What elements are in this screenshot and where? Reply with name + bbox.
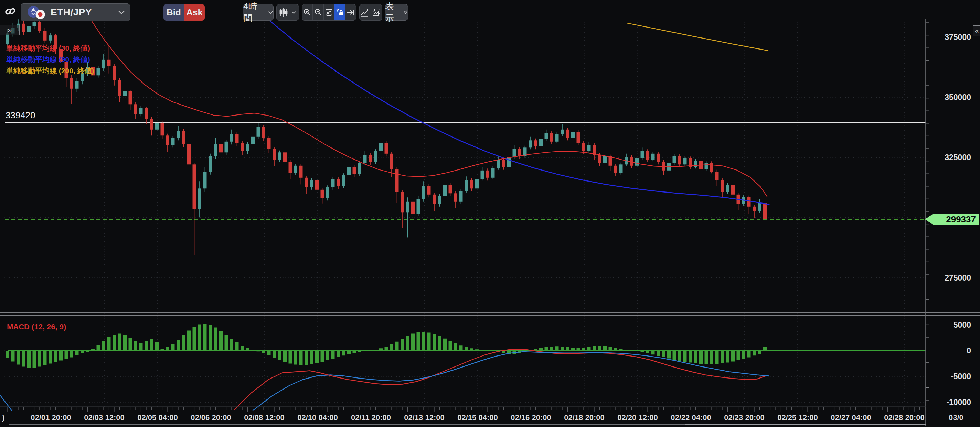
svg-text:299337: 299337 (946, 214, 976, 224)
zoom-in-icon (303, 8, 312, 16)
timeframe-select[interactable]: 4時間 (243, 4, 274, 21)
zoom-out-icon (314, 8, 323, 16)
chart-canvas[interactable]: 3394203750003500003250003000002750005000… (0, 0, 980, 427)
time-axis-label: 02/08 12:00 (244, 413, 284, 422)
y-axis-lock-icon: Y (335, 8, 344, 17)
price-axis-label: 375000 (945, 33, 971, 41)
time-axis-label: 02/05 04:00 (137, 413, 178, 422)
macd-histogram (6, 324, 767, 368)
price-axis-label: 350000 (945, 93, 971, 102)
sma-200-line (627, 23, 768, 51)
svg-text:Y: Y (336, 8, 339, 13)
bid-button[interactable]: Bid (164, 4, 184, 21)
chevron-down-icon (118, 10, 125, 14)
trading-chart-app: 3394203750003500003250003000002750005000… (0, 0, 980, 427)
chart-type-select[interactable] (276, 4, 299, 21)
double-chevron-down-icon (403, 10, 408, 15)
macd-line (234, 349, 767, 410)
time-axis-label: 02/27 04:00 (830, 413, 871, 422)
sma-legend: 単純移動平均線 (30, 終値) 単純移動平均線 (90, 終値) 単純移動平均… (6, 42, 94, 76)
time-axis-label: 02/03 12:00 (84, 413, 124, 422)
chevron-down-icon (268, 11, 273, 14)
fit-screen-button[interactable] (324, 5, 334, 20)
time-axis-label: 02/28 20:00 (884, 413, 924, 422)
time-axis-label: 02/01 20:00 (30, 413, 71, 422)
time-axis-label: 02/20 12:00 (617, 413, 657, 422)
y-axis-lock-button[interactable]: Y (334, 5, 345, 20)
time-axis-label: 02/23 20:00 (724, 413, 764, 422)
legend-sma-90[interactable]: 単純移動平均線 (90, 終値) (6, 54, 94, 65)
time-axis-label: 02/06 20:00 (191, 413, 231, 422)
zoom-out-button[interactable] (313, 5, 323, 20)
fit-screen-icon (325, 8, 333, 16)
time-axis-label: 02/16 20:00 (511, 413, 551, 422)
compare-overlay-icon (372, 8, 381, 17)
candlestick-type-icon (279, 8, 288, 17)
legend-sma-200[interactable]: 単純移動平均線 (200, 終値) (6, 65, 94, 76)
chevron-down-icon (291, 11, 296, 14)
time-axis-label: 02/25 12:00 (777, 413, 818, 422)
time-axis-label: 03/0 (949, 413, 964, 422)
time-axis-label: ) (2, 413, 5, 422)
timeframe-label: 4時間 (243, 0, 265, 24)
symbol-label: ETH/JPY (51, 7, 92, 18)
macd-axis-label: 0 (967, 346, 971, 355)
price-pane[interactable]: 339420 (5, 19, 926, 256)
time-axis-label: 02/10 04:00 (297, 413, 337, 422)
time-axis-label: 02/15 04:00 (457, 413, 498, 422)
macd-axis-label: -10000 (946, 398, 971, 407)
time-axis-label: 02/22 04:00 (671, 413, 711, 422)
time-axis-label: 02/18 20:00 (564, 413, 604, 422)
macd-axis-label: -5000 (951, 372, 971, 381)
time-axis[interactable]: )02/01 20:0002/03 12:0002/05 04:0002/06 … (0, 407, 964, 422)
symbol-select[interactable]: ETH/JPY (21, 3, 130, 21)
pane-separator[interactable] (0, 312, 980, 313)
zoom-toolbar-group: Y (302, 4, 356, 21)
macd-indicator-label[interactable]: MACD (12, 26, 9) (7, 322, 66, 332)
price-axis-label: 325000 (945, 153, 971, 162)
compare-overlay-button[interactable] (371, 5, 382, 20)
current-price-tag: 299337 (925, 214, 978, 225)
display-menu-button[interactable]: 表示 (385, 4, 408, 21)
time-axis-label: 02/11 20:00 (351, 413, 391, 422)
display-menu-label: 表示 (385, 0, 400, 24)
time-axis-label: 02/13 12:00 (404, 413, 444, 422)
go-to-latest-icon (347, 8, 355, 16)
collapse-right-panel-button[interactable]: « (973, 25, 980, 36)
add-indicator-button[interactable] (360, 5, 371, 20)
expand-left-panel-button[interactable]: » (0, 25, 20, 35)
eth-jpy-pair-icon (26, 5, 47, 20)
chain-link-icon[interactable] (4, 5, 16, 18)
legend-sma-30[interactable]: 単純移動平均線 (30, 終値) (6, 42, 94, 54)
candles (6, 19, 767, 256)
zoom-in-button[interactable] (302, 5, 313, 20)
ask-button[interactable]: Ask (184, 4, 205, 21)
horizontal-line-label: 339420 (5, 110, 35, 120)
macd-pane[interactable] (0, 324, 926, 411)
price-axis-label: 275000 (945, 273, 971, 282)
study-toolbar-group (359, 4, 382, 21)
go-to-latest-button[interactable] (345, 5, 356, 20)
add-indicator-icon (361, 8, 369, 17)
macd-axis-label: 5000 (953, 321, 971, 329)
